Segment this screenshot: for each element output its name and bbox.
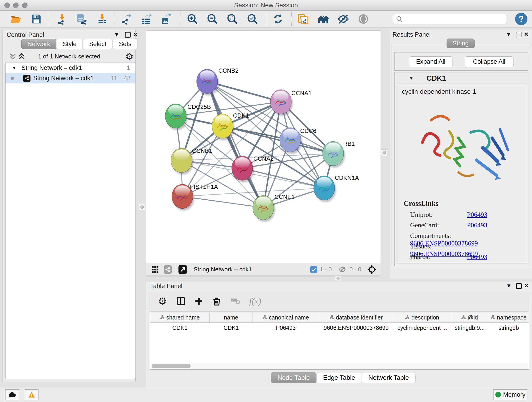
network-node-label: CDC25B — [187, 103, 211, 110]
tab-style[interactable]: Style — [57, 39, 83, 49]
column-header[interactable]: canonical name — [253, 313, 319, 322]
table-cell[interactable]: P06493 — [253, 323, 319, 333]
network-node[interactable]: CDKN1A — [314, 174, 359, 202]
table-cell[interactable]: stringdb:9... — [451, 323, 488, 333]
grid-view-icon[interactable] — [151, 266, 159, 274]
save-session-icon[interactable] — [30, 13, 43, 26]
column-header[interactable]: name — [210, 313, 253, 322]
scrollbar-thumb[interactable] — [152, 364, 191, 368]
export-table-icon[interactable] — [139, 13, 152, 26]
network-node-label: CCNB1 — [192, 147, 212, 154]
zoom-in-icon[interactable] — [186, 13, 199, 26]
column-header[interactable]: @id — [451, 313, 488, 322]
crosslink-link[interactable]: P06493 — [467, 221, 487, 229]
delete-table-icon[interactable] — [230, 297, 240, 305]
warnings-button[interactable] — [25, 389, 38, 400]
show-columns-icon[interactable] — [176, 296, 186, 306]
table-cell[interactable]: stringdb — [488, 323, 529, 333]
network-node[interactable]: CCNA2 — [232, 155, 273, 182]
import-network-from-database-icon[interactable] — [75, 13, 88, 26]
left-splitter-handle[interactable] — [139, 204, 145, 210]
help-button[interactable]: ? — [515, 13, 527, 25]
memory-status-dot-icon — [495, 392, 501, 397]
new-network-from-selection-icon[interactable] — [297, 13, 309, 26]
network-edge[interactable] — [182, 196, 263, 208]
control-panel-float-icon[interactable] — [125, 32, 131, 38]
birdseye-view-icon[interactable] — [367, 265, 376, 274]
memory-button[interactable]: Memory — [493, 389, 527, 400]
toolbar-separator — [114, 12, 115, 26]
network-node[interactable]: HIST1H1A — [172, 183, 218, 211]
zoom-fit-icon[interactable] — [226, 13, 239, 26]
hide-glass-icon[interactable] — [337, 13, 350, 26]
function-builder-icon[interactable]: f(x) — [249, 296, 261, 306]
network-edge[interactable] — [222, 126, 333, 153]
control-panel-menu-icon[interactable]: ▼ — [114, 32, 119, 37]
table-horizontal-scrollbar[interactable] — [151, 363, 528, 369]
table-panel-close-icon[interactable]: ✕ — [524, 283, 529, 288]
column-header[interactable]: description — [393, 313, 451, 322]
table-panel-float-icon[interactable] — [516, 283, 522, 289]
zoom-selected-icon[interactable] — [246, 13, 259, 26]
table-row[interactable]: CDK1CDK1P064939606.ENSP00000378699cyclin… — [150, 323, 529, 333]
delete-column-icon[interactable] — [212, 297, 221, 306]
entry-description: cyclin-dependent kinase 1 — [402, 88, 476, 95]
tab-network-table[interactable]: Network Table — [362, 372, 416, 383]
table-panel-menu-icon[interactable]: ▼ — [506, 283, 512, 288]
column-header[interactable]: shared name — [150, 313, 210, 322]
show-glass-icon[interactable] — [357, 13, 370, 26]
table-cell[interactable]: CDK1 — [210, 323, 253, 333]
network-row[interactable]: String Network – cdk1 11 48 — [6, 73, 135, 83]
import-table-icon[interactable] — [96, 13, 109, 26]
crosslink-link[interactable]: P06493 — [467, 253, 487, 260]
network-view-icon[interactable] — [164, 265, 172, 274]
add-column-icon[interactable] — [194, 297, 203, 306]
tab-sets[interactable]: Sets — [113, 39, 138, 49]
network-node[interactable]: CDK1 — [212, 112, 249, 140]
bottom-splitter-handle[interactable] — [335, 276, 341, 281]
toolbar-search-field[interactable] — [393, 14, 507, 24]
import-network-icon[interactable] — [56, 13, 69, 26]
table-cell[interactable]: 9606.ENSP00000378699 — [319, 323, 393, 333]
column-header[interactable]: database identifier — [319, 313, 393, 322]
zoom-out-icon[interactable] — [206, 13, 219, 26]
crosslink-link[interactable]: P06493 — [467, 211, 487, 218]
results-panel-menu-icon[interactable]: ▼ — [506, 32, 511, 37]
table-options-gear-icon[interactable]: ⚙ — [158, 296, 167, 307]
refresh-layout-icon[interactable] — [272, 13, 284, 26]
tab-select[interactable]: Select — [83, 39, 113, 49]
column-header[interactable]: namespace — [488, 313, 529, 322]
collection-expander-icon[interactable]: ▼ — [12, 65, 17, 70]
tab-string[interactable]: String — [447, 38, 475, 48]
table-cell[interactable]: CDK1 — [150, 323, 210, 333]
table-cell[interactable]: cyclin-dependent ... — [393, 323, 451, 333]
results-panel-float-icon[interactable] — [516, 32, 521, 37]
tab-node-table[interactable]: Node Table — [271, 372, 317, 383]
entry-expander-icon[interactable]: ▼ — [409, 75, 414, 81]
network-canvas[interactable]: CCNB2CCNA1CDC25BCDK1CDC6RB1CCNB1CCNA2CDK… — [146, 31, 381, 263]
tab-network[interactable]: Network — [21, 39, 56, 49]
results-panel-close-icon[interactable]: ✕ — [524, 32, 529, 37]
collapse-all-button[interactable]: Collapse All — [465, 56, 514, 67]
network-node[interactable]: RB1 — [323, 140, 355, 168]
crosslink-label: Tissues: — [410, 242, 467, 250]
cloud-status-button[interactable] — [5, 389, 19, 400]
network-collection-row[interactable]: ▼ String Network – cdk1 1 — [6, 63, 135, 73]
network-status-dot-icon — [11, 77, 14, 80]
network-node[interactable]: CCNE1 — [253, 193, 295, 222]
open-session-icon[interactable] — [9, 13, 22, 26]
stringify-houses-icon[interactable] — [317, 13, 330, 26]
export-network-icon[interactable] — [120, 13, 133, 26]
expand-all-button[interactable]: Expand All — [409, 56, 453, 67]
tab-edge-table[interactable]: Edge Table — [317, 372, 362, 383]
network-type-icon — [23, 75, 31, 82]
export-image-icon[interactable] — [159, 13, 172, 26]
network-label: String Network – cdk1 — [33, 75, 94, 82]
hidden-eye-icon[interactable] — [338, 266, 347, 273]
selected-checkbox-icon[interactable] — [310, 266, 317, 273]
network-options-gear-icon[interactable]: ⚙ — [125, 51, 133, 62]
status-bar: Memory — [0, 388, 532, 402]
control-panel-close-icon[interactable]: ✕ — [133, 32, 138, 37]
right-splitter-handle[interactable] — [381, 149, 387, 156]
detach-view-icon[interactable] — [178, 265, 187, 274]
